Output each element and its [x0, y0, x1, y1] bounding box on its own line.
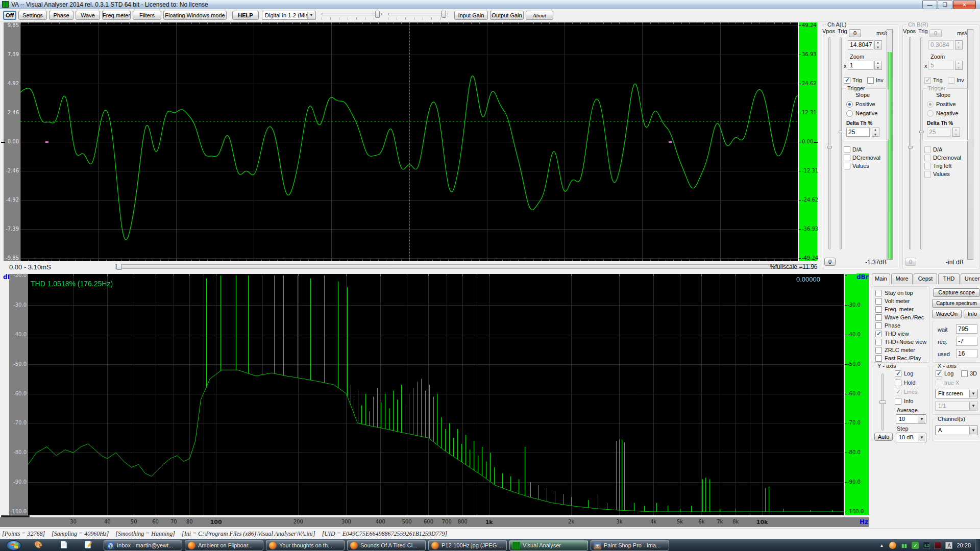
chevron-down-icon[interactable]: ▼: [969, 390, 977, 397]
check-freq-meter[interactable]: [875, 306, 882, 313]
check-fast-rec-play[interactable]: [875, 355, 882, 362]
msd-value-field[interactable]: 14.8047: [848, 40, 873, 49]
delta-th-field[interactable]: 25: [846, 128, 870, 137]
y-scale-thumb[interactable]: [879, 400, 886, 404]
wave-button[interactable]: Wave: [76, 11, 100, 20]
zoom-value-field[interactable]: 5: [928, 61, 954, 70]
task-button-6[interactable]: Visual Analyser: [509, 540, 588, 550]
task-button-1[interactable]: @Inbox - martin@yewt...: [104, 540, 182, 550]
msd-spinner[interactable]: [874, 40, 882, 49]
y-scale-slider[interactable]: [881, 373, 884, 431]
pinned-wordpad-icon[interactable]: 📝: [83, 541, 94, 550]
yaxis-check-lines[interactable]: [895, 389, 901, 395]
trig-checkbox[interactable]: [844, 77, 850, 84]
task-button-3[interactable]: Your thoughts on th...: [266, 540, 345, 550]
inv-checkbox[interactable]: [948, 77, 954, 84]
pinned-notepad-icon[interactable]: 📄: [58, 541, 69, 550]
x-scale-select[interactable]: Fit screen▼: [935, 389, 978, 398]
input-gain-button[interactable]: Input Gain: [454, 11, 488, 20]
tray-red-app-icon[interactable]: [934, 542, 941, 549]
option-checkbox-trig-left[interactable]: [924, 163, 931, 169]
level-zero-button[interactable]: 0: [824, 258, 836, 266]
channel-select[interactable]: A▼: [935, 425, 978, 435]
inv-checkbox[interactable]: [867, 77, 874, 84]
start-button[interactable]: [6, 540, 21, 550]
option-checkbox-dcremoval[interactable]: [924, 155, 931, 161]
delta-th-field[interactable]: 25: [927, 128, 950, 137]
floating-windows-button[interactable]: Floating Windows mode: [163, 11, 227, 20]
zoom-spinner[interactable]: [874, 61, 882, 70]
tray-cpu-meter-icon[interactable]: 4.2: [923, 542, 930, 549]
slope-positive-radio[interactable]: [846, 101, 853, 108]
tab-main[interactable]: Main: [872, 273, 890, 285]
off-button[interactable]: Off: [3, 11, 16, 20]
freq-meter-button[interactable]: Freq.meter: [102, 11, 131, 20]
wait-field[interactable]: 795: [956, 324, 977, 334]
tray-ball-icon[interactable]: [889, 542, 896, 549]
trig-checkbox[interactable]: [924, 77, 931, 84]
check-thd-view[interactable]: [875, 331, 882, 337]
task-button-7[interactable]: ⊞Paint Shop Pro - Ima...: [591, 540, 669, 550]
vpos-slider-thumb[interactable]: [908, 146, 913, 148]
slider-thumb[interactable]: [442, 11, 446, 18]
filters-button[interactable]: Filters: [133, 11, 161, 20]
settings-button[interactable]: Settings: [18, 11, 47, 20]
option-checkbox-values[interactable]: [924, 171, 931, 178]
slope-positive-radio[interactable]: [927, 101, 934, 108]
delta-th-spinner[interactable]: [872, 128, 879, 137]
slope-negative-radio[interactable]: [846, 110, 853, 117]
spectrum-plot[interactable]: [28, 274, 844, 515]
trig-level-slider[interactable]: [840, 37, 842, 249]
step-select[interactable]: 10 dB▼: [896, 433, 926, 442]
tray-levels-icon[interactable]: ▮▮: [900, 542, 908, 549]
slider-thumb[interactable]: [375, 11, 380, 18]
check-zrlc-meter[interactable]: [875, 347, 882, 354]
xaxis-3d-checkbox[interactable]: [961, 370, 968, 377]
chevron-down-icon[interactable]: ▼: [918, 434, 925, 441]
option-checkbox-values[interactable]: [844, 163, 850, 169]
tab-thd[interactable]: THD: [938, 273, 960, 284]
input-level-slider[interactable]: [322, 13, 382, 15]
option-checkbox-d-a[interactable]: [844, 146, 850, 153]
zoom-spinner[interactable]: [955, 61, 963, 70]
tray-keyboard-layout-icon[interactable]: A: [945, 542, 952, 549]
maximize-button[interactable]: ❐: [938, 1, 952, 9]
tray-shield-check-icon[interactable]: ✓: [912, 542, 919, 549]
slope-negative-radio[interactable]: [927, 110, 934, 117]
yaxis-check-info[interactable]: [895, 398, 901, 405]
chevron-down-icon[interactable]: ▼: [969, 427, 977, 434]
help-button[interactable]: HELP: [232, 11, 259, 20]
tray-expand-icon[interactable]: ▲: [878, 542, 885, 549]
task-button-2[interactable]: Ambient on Flipboar...: [185, 540, 263, 550]
option-checkbox-dcremoval[interactable]: [844, 155, 850, 161]
average-select[interactable]: 10▼: [896, 414, 926, 424]
tab-more[interactable]: More: [891, 273, 913, 284]
chevron-down-icon[interactable]: ▼: [918, 415, 925, 423]
task-button-4[interactable]: Sounds Of A Tired Ci...: [347, 540, 426, 550]
delta-th-spinner[interactable]: [952, 128, 960, 137]
chevron-down-icon[interactable]: ▼: [307, 12, 315, 19]
show-desktop-button[interactable]: [975, 539, 980, 551]
xaxis-log-checkbox[interactable]: [936, 370, 942, 377]
about-button[interactable]: About: [526, 11, 553, 20]
check-thd-noise-view[interactable]: [875, 339, 882, 345]
vpos-zero-button[interactable]: 0: [849, 29, 861, 37]
yaxis-check-log[interactable]: [895, 370, 901, 377]
truex-checkbox[interactable]: [936, 380, 942, 386]
vpos-slider[interactable]: [909, 37, 911, 249]
level-zero-button[interactable]: 0: [905, 258, 916, 266]
taskbar-clock[interactable]: 20:28: [957, 542, 971, 548]
msd-value-field[interactable]: 0.3084: [928, 40, 954, 49]
phase-button[interactable]: Phase: [49, 11, 74, 20]
check-wave-gen-rec[interactable]: [875, 314, 882, 321]
check-volt-meter[interactable]: [875, 298, 882, 305]
tab-cepst[interactable]: Cepst: [914, 273, 937, 284]
auto-button[interactable]: Auto: [874, 433, 893, 441]
scope-scrollbar[interactable]: [115, 264, 815, 269]
waveon-button[interactable]: WaveOn: [932, 310, 962, 318]
check-stay-on-top[interactable]: [875, 290, 882, 296]
vpos-zero-button[interactable]: 0: [929, 29, 942, 37]
output-gain-button[interactable]: Output Gain: [490, 11, 524, 20]
output-level-slider[interactable]: [388, 13, 448, 15]
vpos-slider-thumb[interactable]: [827, 146, 832, 148]
